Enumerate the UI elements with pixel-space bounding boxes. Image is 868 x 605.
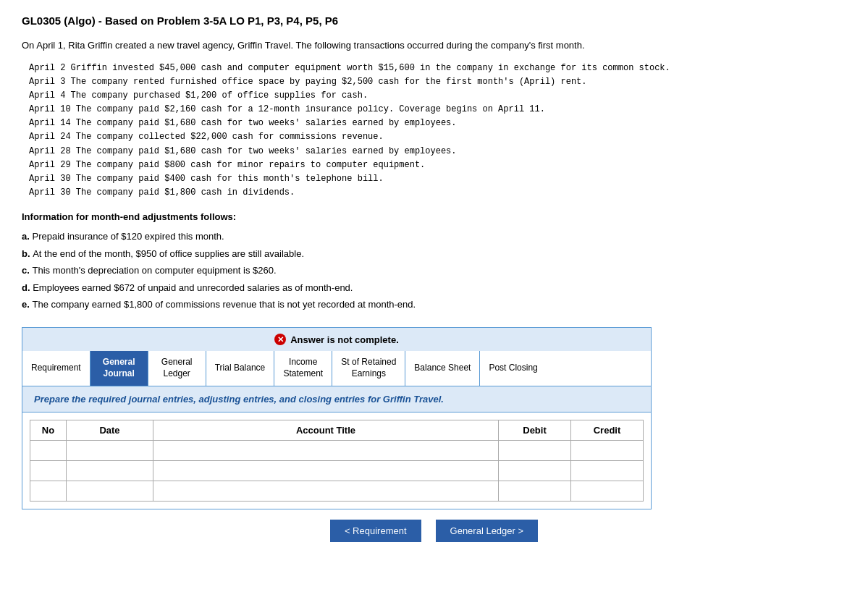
adjustment-item: a. Prepaid insurance of $120 expired thi… bbox=[22, 228, 846, 245]
table-cell-r0-c3[interactable] bbox=[499, 440, 571, 460]
table-row bbox=[30, 460, 644, 481]
transaction-item: April 14 The company paid $1,680 cash fo… bbox=[29, 117, 846, 130]
intro-paragraph: On April 1, Rita Griffin created a new t… bbox=[22, 38, 846, 53]
adjustment-item: e. The company earned $1,800 of commissi… bbox=[22, 296, 846, 313]
table-cell-r1-c0[interactable] bbox=[30, 460, 67, 481]
table-cell-r0-c4[interactable] bbox=[571, 440, 644, 460]
col-header-date: Date bbox=[67, 420, 153, 440]
transaction-item: April 29 The company paid $800 cash for … bbox=[29, 158, 846, 172]
transaction-item: April 2 Griffin invested $45,000 cash an… bbox=[29, 62, 846, 75]
tab-general-ledger[interactable]: GeneralLedger bbox=[148, 351, 206, 385]
adjustment-item: c. This month's depreciation on computer… bbox=[22, 262, 846, 279]
col-header-no: No bbox=[30, 420, 67, 440]
answer-banner: ✕ Answer is not complete. bbox=[22, 327, 652, 351]
prev-button[interactable]: < Requirement bbox=[330, 520, 421, 542]
transaction-item: April 30 The company paid $1,800 cash in… bbox=[29, 186, 846, 200]
table-cell-r2-c2[interactable] bbox=[153, 481, 499, 501]
error-icon: ✕ bbox=[274, 334, 286, 345]
table-row bbox=[30, 440, 644, 460]
table-cell-r1-c3[interactable] bbox=[499, 460, 571, 481]
tabs-container: RequirementGeneralJournalGeneralLedgerTr… bbox=[22, 351, 652, 509]
adjustment-item: b. At the end of the month, $950 of offi… bbox=[22, 245, 846, 262]
instruction-text: Prepare the required journal entries, ad… bbox=[34, 394, 444, 405]
adjustments-title: Information for month-end adjustments fo… bbox=[22, 211, 846, 222]
tab-income-statement[interactable]: IncomeStatement bbox=[274, 351, 332, 385]
next-button[interactable]: General Ledger > bbox=[436, 520, 539, 542]
table-cell-r2-c0[interactable] bbox=[30, 481, 67, 501]
table-cell-r2-c1[interactable] bbox=[67, 481, 153, 501]
transaction-item: April 30 The company paid $400 cash for … bbox=[29, 172, 846, 186]
adjustments-list: a. Prepaid insurance of $120 expired thi… bbox=[22, 228, 846, 313]
transaction-item: April 4 The company purchased $1,200 of … bbox=[29, 89, 846, 103]
tab-requirement[interactable]: Requirement bbox=[22, 351, 90, 385]
transaction-item: April 3 The company rented furnished off… bbox=[29, 75, 846, 89]
table-cell-r2-c4[interactable] bbox=[571, 481, 644, 501]
tab-trial-balance[interactable]: Trial Balance bbox=[206, 351, 275, 385]
table-cell-r0-c1[interactable] bbox=[67, 440, 153, 460]
table-cell-r1-c4[interactable] bbox=[571, 460, 644, 481]
instruction-row: Prepare the required journal entries, ad… bbox=[22, 386, 651, 412]
col-header-credit: Credit bbox=[571, 420, 644, 440]
tab-general-journal[interactable]: GeneralJournal bbox=[90, 351, 148, 385]
transactions-list: April 2 Griffin invested $45,000 cash an… bbox=[22, 62, 846, 200]
table-cell-r1-c2[interactable] bbox=[153, 460, 499, 481]
col-header-account-title: Account Title bbox=[153, 420, 499, 440]
table-cell-r0-c2[interactable] bbox=[153, 440, 499, 460]
page-title: GL0305 (Algo) - Based on Problem 3-5A LO… bbox=[22, 14, 846, 27]
tab-retained-earnings[interactable]: St of RetainedEarnings bbox=[332, 351, 405, 385]
nav-buttons: < Requirement General Ledger > bbox=[22, 509, 846, 542]
tab-balance-sheet[interactable]: Balance Sheet bbox=[405, 351, 480, 385]
table-cell-r2-c3[interactable] bbox=[499, 481, 571, 501]
table-section: NoDateAccount TitleDebitCredit bbox=[22, 412, 651, 509]
table-row bbox=[30, 481, 644, 501]
table-cell-r1-c1[interactable] bbox=[67, 460, 153, 481]
journal-table: NoDateAccount TitleDebitCredit bbox=[30, 420, 644, 502]
adjustment-item: d. Employees earned $672 of unpaid and u… bbox=[22, 279, 846, 296]
transaction-item: April 10 The company paid $2,160 cash fo… bbox=[29, 103, 846, 117]
answer-banner-text: Answer is not complete. bbox=[290, 334, 399, 345]
transaction-item: April 28 The company paid $1,680 cash fo… bbox=[29, 145, 846, 158]
tab-post-closing[interactable]: Post Closing bbox=[480, 351, 546, 385]
col-header-debit: Debit bbox=[499, 420, 571, 440]
tabs-row: RequirementGeneralJournalGeneralLedgerTr… bbox=[22, 351, 651, 386]
table-cell-r0-c0[interactable] bbox=[30, 440, 67, 460]
transaction-item: April 24 The company collected $22,000 c… bbox=[29, 130, 846, 144]
